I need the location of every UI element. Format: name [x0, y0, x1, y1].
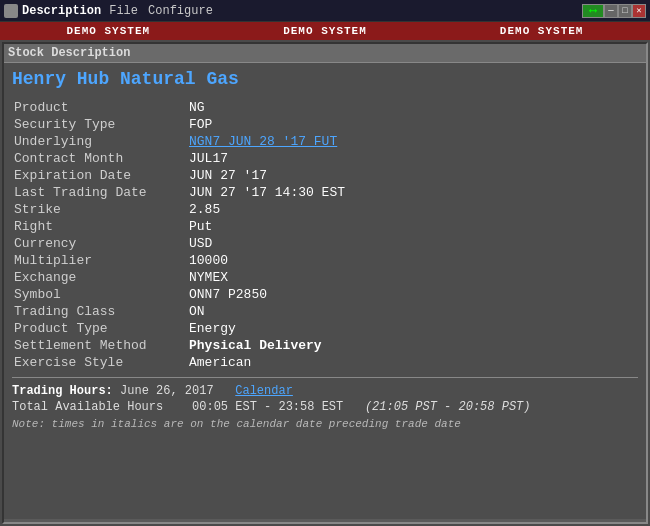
demo-banner: DEMO SYSTEM DEMO SYSTEM DEMO SYSTEM	[0, 22, 650, 40]
field-label: Exercise Style	[12, 354, 187, 371]
table-row: Exercise StyleAmerican	[12, 354, 638, 371]
field-label: Strike	[12, 201, 187, 218]
field-value: NYMEX	[187, 269, 638, 286]
field-label: Symbol	[12, 286, 187, 303]
field-value: Physical Delivery	[187, 337, 638, 354]
field-value: NG	[187, 99, 638, 116]
demo-label-1: DEMO SYSTEM	[67, 25, 151, 37]
field-label: Expiration Date	[12, 167, 187, 184]
field-value: Put	[187, 218, 638, 235]
divider	[12, 377, 638, 378]
total-hours-value: 00:05 EST - 23:58 EST	[192, 400, 343, 414]
menu-configure[interactable]: Configure	[148, 4, 213, 18]
field-label: Last Trading Date	[12, 184, 187, 201]
note-line: Note: times in italics are on the calend…	[12, 418, 638, 430]
field-value: FOP	[187, 116, 638, 133]
table-row: SymbolONN7 P2850	[12, 286, 638, 303]
field-value: ON	[187, 303, 638, 320]
field-value: JUL17	[187, 150, 638, 167]
close-button[interactable]: ✕	[632, 4, 646, 18]
field-label: Product Type	[12, 320, 187, 337]
table-row: Trading ClassON	[12, 303, 638, 320]
stock-title: Henry Hub Natural Gas	[12, 69, 638, 89]
table-row: Strike2.85	[12, 201, 638, 218]
field-label: Right	[12, 218, 187, 235]
total-hours-line: Total Available Hours 00:05 EST - 23:58 …	[12, 400, 638, 414]
table-row: UnderlyingNGN7 JUN 28 '17 FUT	[12, 133, 638, 150]
app-title: Description	[22, 4, 101, 18]
table-row: Multiplier10000	[12, 252, 638, 269]
minimize-button[interactable]: ─	[604, 4, 618, 18]
table-row: Last Trading DateJUN 27 '17 14:30 EST	[12, 184, 638, 201]
table-row: Expiration DateJUN 27 '17	[12, 167, 638, 184]
table-row: ExchangeNYMEX	[12, 269, 638, 286]
main-window: Stock Description Henry Hub Natural Gas …	[2, 42, 648, 524]
demo-label-3: DEMO SYSTEM	[500, 25, 584, 37]
table-row: Contract MonthJUL17	[12, 150, 638, 167]
table-row: Security TypeFOP	[12, 116, 638, 133]
restore-button[interactable]: □	[618, 4, 632, 18]
field-label: Product	[12, 99, 187, 116]
field-value: USD	[187, 235, 638, 252]
field-value: American	[187, 354, 638, 371]
field-label: Underlying	[12, 133, 187, 150]
trading-hours-line: Trading Hours: June 26, 2017 Calendar	[12, 384, 638, 398]
link-value[interactable]: NGN7 JUN 28 '17 FUT	[189, 134, 337, 149]
table-row: Settlement MethodPhysical Delivery	[12, 337, 638, 354]
menu-file[interactable]: File	[109, 4, 138, 18]
content-area: Henry Hub Natural Gas ProductNGSecurity …	[4, 63, 646, 519]
field-label: Currency	[12, 235, 187, 252]
field-label: Settlement Method	[12, 337, 187, 354]
field-value[interactable]: NGN7 JUN 28 '17 FUT	[187, 133, 638, 150]
field-value: Energy	[187, 320, 638, 337]
field-value: ONN7 P2850	[187, 286, 638, 303]
app-icon	[4, 4, 18, 18]
total-hours-label: Total Available Hours	[12, 400, 163, 414]
trading-hours-label: Trading Hours:	[12, 384, 113, 398]
field-label: Contract Month	[12, 150, 187, 167]
field-label: Trading Class	[12, 303, 187, 320]
table-row: Product TypeEnergy	[12, 320, 638, 337]
field-value: JUN 27 '17 14:30 EST	[187, 184, 638, 201]
info-table: ProductNGSecurity TypeFOPUnderlyingNGN7 …	[12, 99, 638, 371]
field-value: 10000	[187, 252, 638, 269]
field-label: Exchange	[12, 269, 187, 286]
table-row: ProductNG	[12, 99, 638, 116]
trading-hours-date: June 26, 2017	[120, 384, 214, 398]
title-bar: Description File Configure ⟷ ─ □ ✕	[0, 0, 650, 22]
field-value: 2.85	[187, 201, 638, 218]
link-icon[interactable]: ⟷	[582, 4, 604, 18]
section-header: Stock Description	[4, 44, 646, 63]
trading-hours-section: Trading Hours: June 26, 2017 Calendar To…	[12, 384, 638, 430]
field-label: Multiplier	[12, 252, 187, 269]
demo-label-2: DEMO SYSTEM	[283, 25, 367, 37]
total-hours-pst: (21:05 PST - 20:58 PST)	[365, 400, 531, 414]
calendar-link[interactable]: Calendar	[235, 384, 293, 398]
field-label: Security Type	[12, 116, 187, 133]
table-row: RightPut	[12, 218, 638, 235]
table-row: CurrencyUSD	[12, 235, 638, 252]
field-value: JUN 27 '17	[187, 167, 638, 184]
